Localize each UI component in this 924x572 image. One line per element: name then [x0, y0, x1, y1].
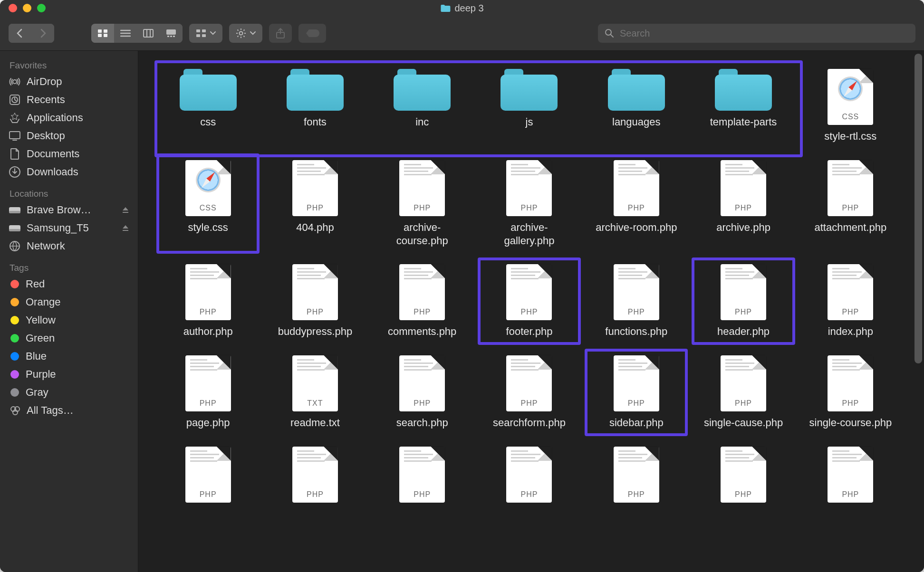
file-item[interactable]: PHP404.php [263, 153, 366, 254]
traffic-lights [9, 4, 46, 12]
eject-icon[interactable] [122, 206, 129, 214]
file-item[interactable]: PHP [799, 440, 902, 527]
sidebar-item-label: Network [27, 240, 65, 252]
file-label: single-cause.php [704, 416, 783, 429]
file-icon: PHP [506, 355, 552, 411]
tag-dot-icon [10, 334, 19, 343]
forward-button[interactable] [31, 24, 54, 43]
svg-rect-11 [196, 34, 200, 37]
vertical-scrollbar[interactable] [914, 54, 922, 570]
file-item[interactable]: PHParchive.php [692, 153, 795, 254]
file-label: sidebar.php [609, 416, 664, 429]
file-label: style.css [188, 221, 228, 234]
svg-rect-8 [173, 36, 175, 37]
sidebar-item-brave[interactable]: Brave Brow… [0, 201, 138, 219]
file-label: functions.php [605, 325, 667, 338]
list-view-button[interactable] [114, 24, 137, 43]
sidebar-tag-green[interactable]: Green [0, 329, 138, 347]
eject-icon[interactable] [122, 224, 129, 232]
sidebar-item-label: Gray [26, 386, 48, 399]
sidebar-tag-blue[interactable]: Blue [0, 347, 138, 365]
file-item[interactable]: PHP [371, 440, 474, 527]
tag-button[interactable] [298, 24, 326, 43]
file-label: css [200, 115, 216, 129]
action-menu-button[interactable] [229, 24, 262, 43]
folder-item[interactable]: template-parts [692, 62, 795, 150]
sidebar-item-label: Blue [26, 350, 47, 362]
file-item[interactable]: PHPbuddypress.php [263, 257, 366, 345]
file-item[interactable]: PHPfooter.php [478, 257, 581, 345]
icon-view-button[interactable] [91, 24, 114, 43]
chevron-down-icon [250, 31, 256, 35]
file-item[interactable]: PHPpage.php [156, 349, 260, 436]
file-item[interactable]: PHPsearchform.php [478, 349, 581, 436]
file-label: 404.php [296, 221, 334, 234]
file-item[interactable]: PHP [692, 440, 795, 527]
file-browser[interactable]: cssfontsincjslanguagestemplate-partsCSSs… [138, 51, 924, 572]
folder-item[interactable]: inc [371, 62, 474, 150]
sidebar-tag-purple[interactable]: Purple [0, 365, 138, 383]
file-item[interactable]: PHP [263, 440, 366, 527]
file-item[interactable]: PHPindex.php [799, 257, 902, 345]
file-item[interactable]: PHParchive- course.php [371, 153, 474, 254]
svg-rect-9 [196, 29, 200, 32]
sidebar-item-label: Documents [27, 148, 79, 160]
folder-item[interactable]: js [478, 62, 581, 150]
file-label: comments.php [388, 325, 456, 338]
sidebar-section-favorites: Favorites [0, 57, 138, 73]
group-by-button[interactable] [189, 24, 222, 43]
sidebar-item-recents[interactable]: Recents [0, 91, 138, 109]
share-button[interactable] [269, 24, 292, 43]
search-field[interactable] [598, 24, 915, 43]
file-item[interactable]: PHParchive- gallery.php [478, 153, 581, 254]
sidebar-all-tags[interactable]: All Tags… [0, 401, 138, 419]
search-input[interactable] [619, 28, 909, 39]
sidebar-tag-gray[interactable]: Gray [0, 383, 138, 401]
sidebar-tag-orange[interactable]: Orange [0, 293, 138, 311]
svg-rect-12 [202, 34, 206, 37]
file-item[interactable]: PHPsingle-cause.php [692, 349, 795, 436]
svg-rect-7 [170, 36, 172, 37]
file-label: readme.txt [290, 416, 340, 429]
file-item[interactable]: CSSstyle.css [156, 153, 260, 254]
sidebar-item-applications[interactable]: Applications [0, 109, 138, 127]
column-view-button[interactable] [137, 24, 160, 43]
file-item[interactable]: PHP [478, 440, 581, 527]
file-item[interactable]: PHP [156, 440, 260, 527]
share-icon [276, 28, 285, 38]
toolbar [0, 16, 924, 51]
sidebar-item-desktop[interactable]: Desktop [0, 127, 138, 145]
sidebar-item-samsung[interactable]: Samsung_T5 [0, 219, 138, 237]
file-item[interactable]: PHPauthor.php [156, 257, 260, 345]
file-item[interactable]: CSSstyle-rtl.css [799, 62, 902, 150]
folder-item[interactable]: fonts [263, 62, 366, 150]
folder-item[interactable]: languages [585, 62, 688, 150]
file-item[interactable]: PHPcomments.php [371, 257, 474, 345]
file-item[interactable]: PHPattachment.php [799, 153, 902, 254]
file-label: template-parts [710, 115, 777, 129]
sidebar-item-network[interactable]: Network [0, 237, 138, 255]
file-item[interactable]: PHPsidebar.php [585, 349, 688, 436]
back-button[interactable] [9, 24, 31, 43]
file-item[interactable]: TXTreadme.txt [263, 349, 366, 436]
gallery-view-button[interactable] [160, 24, 183, 43]
folder-item[interactable]: css [156, 62, 260, 150]
file-item[interactable]: PHPsingle-course.php [799, 349, 902, 436]
sidebar-tag-red[interactable]: Red [0, 275, 138, 293]
svg-rect-4 [144, 29, 153, 37]
file-icon: PHP [614, 355, 659, 411]
fullscreen-window-button[interactable] [37, 4, 46, 12]
sidebar-item-documents[interactable]: Documents [0, 145, 138, 163]
file-item[interactable]: PHPfunctions.php [585, 257, 688, 345]
file-label: js [526, 115, 533, 129]
file-icon: PHP [828, 447, 873, 503]
file-item[interactable]: PHPsearch.php [371, 349, 474, 436]
sidebar-tag-yellow[interactable]: Yellow [0, 311, 138, 329]
file-item[interactable]: PHP [585, 440, 688, 527]
sidebar-item-downloads[interactable]: Downloads [0, 163, 138, 181]
minimize-window-button[interactable] [23, 4, 31, 12]
file-item[interactable]: PHPheader.php [692, 257, 795, 345]
close-window-button[interactable] [9, 4, 17, 12]
file-item[interactable]: PHParchive-room.php [585, 153, 688, 254]
sidebar-item-airdrop[interactable]: AirDrop [0, 73, 138, 91]
